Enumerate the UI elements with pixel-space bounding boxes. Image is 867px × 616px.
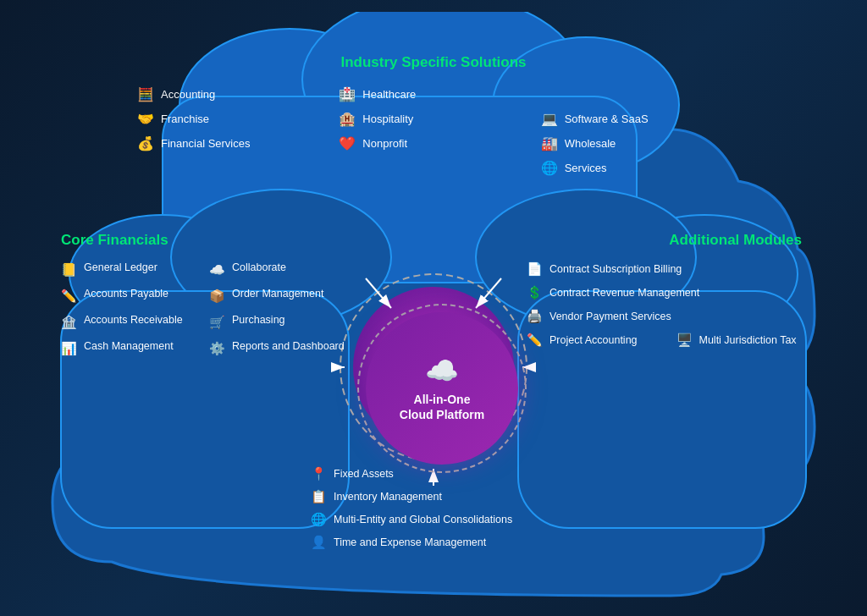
- list-item: 📍 Fixed Assets: [311, 466, 514, 481]
- list-item: 🏨 Hospitality: [339, 111, 527, 127]
- core-title: Core Financials: [61, 232, 349, 249]
- list-item: 📊 Cash Management: [61, 340, 201, 356]
- list-item: 🤝 Franchise: [137, 111, 326, 127]
- list-item: ✏️ Project Accounting: [527, 333, 670, 348]
- diagram-container: Industry Specific Solutions 🧮 Accounting…: [27, 12, 840, 604]
- core-section-title: Core Financials: [61, 232, 168, 248]
- list-item: 🧮 Accounting: [137, 86, 326, 102]
- vendor-payment-icon: 🖨️: [527, 309, 543, 324]
- center-circle: ☁️ All-in-OneCloud Platform: [357, 304, 527, 473]
- services-icon: 🌐: [541, 160, 558, 176]
- accounts-receivable-icon: 🏦: [61, 315, 77, 330]
- additional-list: 📄 Contract Subscription Billing 💲 Contra…: [527, 261, 819, 356]
- list-item: 👤 Time and Expense Management: [311, 535, 514, 550]
- saas-icon: 💻: [541, 111, 558, 127]
- hospitality-icon: 🏨: [339, 111, 356, 127]
- healthcare-icon: 🏥: [339, 86, 356, 102]
- list-item: 📒 General Ledger: [61, 261, 201, 278]
- list-item: ☁️ Collaborate: [209, 261, 349, 278]
- list-item: 🏭 Wholesale: [541, 135, 730, 151]
- core-financials-section: Core Financials 📒 General Ledger ☁️ Coll…: [36, 206, 366, 511]
- cloud-platform-icon: ☁️: [425, 355, 459, 387]
- additional-section-title: Additional Modules: [669, 232, 802, 248]
- list-item: 🏦 Accounts Receivable: [61, 314, 201, 330]
- collaborate-icon: ☁️: [209, 262, 225, 278]
- list-item: 💰 Financial Services: [137, 135, 326, 151]
- list-item: 🌐 Multi-Entity and Global Consolidations: [311, 512, 514, 527]
- time-expense-icon: 👤: [311, 535, 327, 550]
- list-item: 💲 Contract Revenue Management: [527, 285, 819, 300]
- list-item: 📋 Inventory Management: [311, 489, 514, 504]
- ledger-icon: 📒: [61, 262, 77, 278]
- inventory-icon: 📋: [311, 489, 327, 504]
- calculator-icon: 🧮: [137, 86, 154, 102]
- list-item: ⚙️ Reports and Dashboard: [209, 340, 349, 356]
- list-item: 🖥️ Multi Jurisdiction Tax: [676, 333, 820, 348]
- additional-title: Additional Modules: [527, 232, 819, 249]
- list-item: 🛒 Purchasing: [209, 314, 349, 330]
- fixed-assets-icon: 📍: [311, 466, 327, 481]
- list-item: ✏️ Accounts Payable: [61, 288, 201, 304]
- list-item: 📄 Contract Subscription Billing: [527, 261, 819, 277]
- revenue-mgmt-icon: 💲: [527, 285, 543, 300]
- additional-bottom-grid: ✏️ Project Accounting 🖥️ Multi Jurisdict…: [527, 333, 819, 356]
- center-platform: ☁️ All-in-OneCloud Platform: [366, 312, 518, 465]
- list-item: 🌐 Services: [541, 160, 730, 176]
- bottom-center-section: 📍 Fixed Assets 📋 Inventory Management 🌐 …: [311, 466, 514, 558]
- purchasing-icon: 🛒: [209, 315, 225, 330]
- franchise-icon: 🤝: [137, 111, 154, 127]
- project-accounting-icon: ✏️: [527, 333, 543, 348]
- list-item: 📦 Order Management: [209, 288, 349, 304]
- order-mgmt-icon: 📦: [209, 289, 225, 304]
- platform-title: All-in-OneCloud Platform: [400, 392, 484, 422]
- global-consolidations-icon: 🌐: [311, 512, 327, 527]
- financial-icon: 💰: [137, 135, 154, 151]
- list-item: 🖨️ Vendor Payment Services: [527, 309, 819, 324]
- accounts-payable-icon: ✏️: [61, 289, 77, 304]
- industry-section-title: Industry Specific Solutions: [340, 54, 526, 70]
- industry-grid: 🧮 Accounting 🏥 Healthcare 🤝 Franchise 🏨 …: [137, 86, 730, 176]
- core-grid: 📒 General Ledger ☁️ Collaborate ✏️ Accou…: [61, 261, 349, 356]
- tax-icon: 🖥️: [676, 333, 693, 348]
- subscription-icon: 📄: [527, 261, 543, 277]
- industry-title: Industry Specific Solutions: [137, 54, 730, 71]
- list-item: 🏥 Healthcare: [339, 86, 527, 102]
- list-item: 💻 Software & SaaS: [541, 111, 730, 127]
- additional-modules-section: Additional Modules 📄 Contract Subscripti…: [501, 206, 831, 511]
- cash-mgmt-icon: 📊: [61, 341, 77, 356]
- reports-icon: ⚙️: [209, 341, 225, 356]
- list-item: ❤️ Nonprofit: [339, 135, 527, 151]
- wholesale-icon: 🏭: [541, 135, 558, 151]
- nonprofit-icon: ❤️: [339, 135, 356, 151]
